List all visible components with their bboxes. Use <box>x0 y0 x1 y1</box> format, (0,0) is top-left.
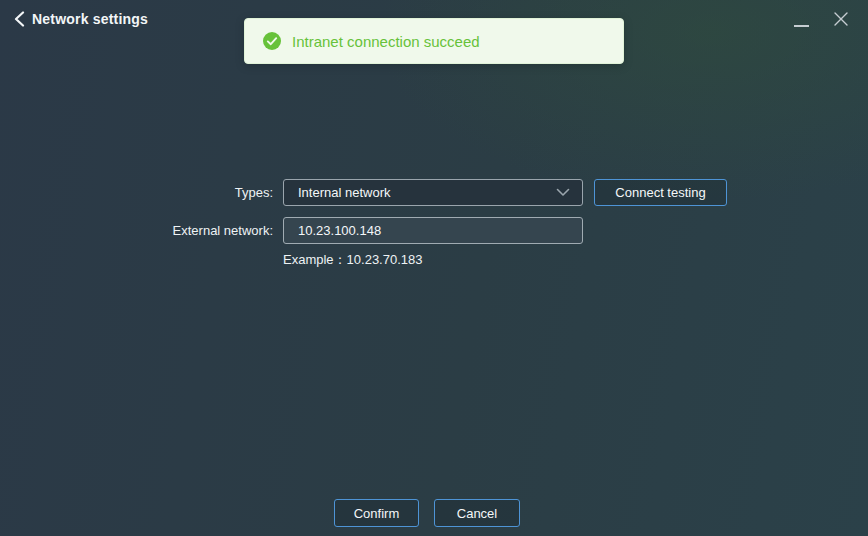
chevron-down-icon <box>556 188 570 197</box>
example-text: Example：10.23.70.183 <box>283 251 422 269</box>
confirm-button[interactable]: Confirm <box>334 499 419 527</box>
chevron-left-icon <box>14 11 25 27</box>
close-button[interactable] <box>828 6 854 32</box>
cancel-button[interactable]: Cancel <box>434 499 520 527</box>
window-controls <box>788 6 854 32</box>
types-select-value: Internal network <box>298 185 556 200</box>
toast-message: Intranet connection succeed <box>292 33 480 50</box>
types-label: Types: <box>0 179 273 206</box>
minimize-icon <box>794 25 809 27</box>
close-icon <box>833 11 849 27</box>
types-select[interactable]: Internal network <box>283 179 583 206</box>
external-network-label: External network: <box>0 217 273 244</box>
back-button[interactable]: Network settings <box>14 11 148 27</box>
minimize-button[interactable] <box>788 6 814 32</box>
success-toast: Intranet connection succeed <box>244 18 624 64</box>
external-network-input[interactable] <box>283 217 583 244</box>
connect-testing-button[interactable]: Connect testing <box>594 179 727 206</box>
check-circle-icon <box>263 32 281 50</box>
page-title: Network settings <box>32 11 148 27</box>
